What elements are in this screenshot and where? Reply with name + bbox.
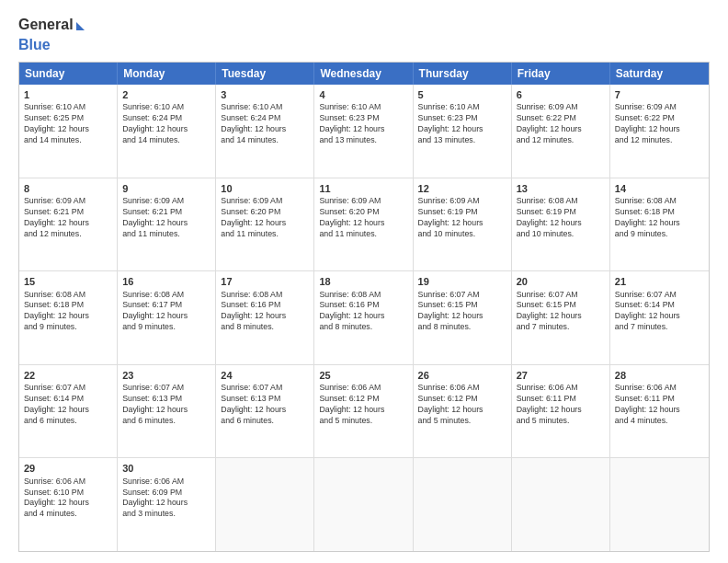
day-info: Sunrise: 6:06 AM Sunset: 6:11 PM Dayligh… [615, 383, 704, 427]
day-number: 13 [517, 182, 605, 195]
day-cell-empty [216, 458, 314, 551]
day-info: Sunrise: 6:09 AM Sunset: 6:20 PM Dayligh… [319, 196, 407, 240]
day-number: 3 [221, 88, 309, 101]
day-cell-21: 21Sunrise: 6:07 AM Sunset: 6:14 PM Dayli… [610, 271, 709, 364]
day-cell-1: 1Sunrise: 6:10 AM Sunset: 6:25 PM Daylig… [19, 85, 118, 178]
day-number: 27 [517, 369, 605, 382]
day-cell-empty [610, 458, 709, 551]
day-number: 7 [615, 88, 704, 101]
day-number: 19 [418, 275, 506, 288]
day-cell-5: 5Sunrise: 6:10 AM Sunset: 6:23 PM Daylig… [414, 85, 512, 178]
day-info: Sunrise: 6:06 AM Sunset: 6:12 PM Dayligh… [319, 383, 407, 427]
day-cell-empty [314, 458, 413, 551]
logo: General Blue [18, 17, 85, 52]
day-info: Sunrise: 6:10 AM Sunset: 6:23 PM Dayligh… [319, 102, 407, 146]
logo-blue: Blue [18, 37, 51, 52]
day-cell-2: 2Sunrise: 6:10 AM Sunset: 6:24 PM Daylig… [118, 85, 216, 178]
day-header-tue: Tuesday [216, 63, 314, 85]
day-cell-9: 9Sunrise: 6:09 AM Sunset: 6:21 PM Daylig… [118, 178, 216, 271]
day-number: 1 [24, 88, 112, 101]
day-number: 30 [122, 462, 210, 475]
day-number: 12 [418, 182, 506, 195]
day-number: 23 [122, 369, 210, 382]
calendar-row-1: 1Sunrise: 6:10 AM Sunset: 6:25 PM Daylig… [19, 85, 709, 178]
day-number: 26 [418, 369, 506, 382]
day-info: Sunrise: 6:08 AM Sunset: 6:17 PM Dayligh… [122, 290, 210, 334]
day-number: 5 [418, 88, 506, 101]
day-cell-6: 6Sunrise: 6:09 AM Sunset: 6:22 PM Daylig… [512, 85, 610, 178]
logo-general: General [18, 17, 74, 33]
page: General Blue Sunday Monday Tuesday Wedne… [0, 0, 728, 563]
day-cell-3: 3Sunrise: 6:10 AM Sunset: 6:24 PM Daylig… [216, 85, 314, 178]
day-cell-11: 11Sunrise: 6:09 AM Sunset: 6:20 PM Dayli… [314, 178, 413, 271]
day-number: 28 [615, 369, 704, 382]
day-info: Sunrise: 6:10 AM Sunset: 6:24 PM Dayligh… [122, 102, 210, 146]
day-number: 2 [122, 88, 210, 101]
day-info: Sunrise: 6:06 AM Sunset: 6:09 PM Dayligh… [122, 477, 210, 521]
day-number: 14 [615, 182, 704, 195]
day-number: 16 [122, 275, 210, 288]
day-cell-24: 24Sunrise: 6:07 AM Sunset: 6:13 PM Dayli… [216, 365, 314, 458]
header: General Blue [18, 17, 710, 52]
day-cell-29: 29Sunrise: 6:06 AM Sunset: 6:10 PM Dayli… [19, 458, 118, 551]
day-info: Sunrise: 6:10 AM Sunset: 6:24 PM Dayligh… [221, 102, 309, 146]
day-number: 9 [122, 182, 210, 195]
calendar-row-3: 15Sunrise: 6:08 AM Sunset: 6:18 PM Dayli… [19, 271, 709, 365]
day-info: Sunrise: 6:06 AM Sunset: 6:12 PM Dayligh… [418, 383, 506, 427]
day-number: 17 [221, 275, 309, 288]
day-info: Sunrise: 6:06 AM Sunset: 6:10 PM Dayligh… [24, 477, 112, 521]
day-info: Sunrise: 6:09 AM Sunset: 6:22 PM Dayligh… [615, 102, 704, 146]
day-cell-30: 30Sunrise: 6:06 AM Sunset: 6:09 PM Dayli… [118, 458, 216, 551]
calendar-row-2: 8Sunrise: 6:09 AM Sunset: 6:21 PM Daylig… [19, 178, 709, 272]
day-cell-4: 4Sunrise: 6:10 AM Sunset: 6:23 PM Daylig… [314, 85, 413, 178]
day-info: Sunrise: 6:07 AM Sunset: 6:13 PM Dayligh… [221, 383, 309, 427]
day-number: 25 [319, 369, 407, 382]
day-info: Sunrise: 6:09 AM Sunset: 6:19 PM Dayligh… [418, 196, 506, 240]
day-number: 20 [517, 275, 605, 288]
day-cell-10: 10Sunrise: 6:09 AM Sunset: 6:20 PM Dayli… [216, 178, 314, 271]
day-cell-empty [414, 458, 512, 551]
calendar-row-4: 22Sunrise: 6:07 AM Sunset: 6:14 PM Dayli… [19, 365, 709, 459]
day-cell-22: 22Sunrise: 6:07 AM Sunset: 6:14 PM Dayli… [19, 365, 118, 458]
day-cell-13: 13Sunrise: 6:08 AM Sunset: 6:19 PM Dayli… [512, 178, 610, 271]
day-info: Sunrise: 6:09 AM Sunset: 6:21 PM Dayligh… [24, 196, 112, 240]
calendar-row-5: 29Sunrise: 6:06 AM Sunset: 6:10 PM Dayli… [19, 458, 709, 551]
day-number: 11 [319, 182, 407, 195]
day-cell-16: 16Sunrise: 6:08 AM Sunset: 6:17 PM Dayli… [118, 271, 216, 364]
day-cell-8: 8Sunrise: 6:09 AM Sunset: 6:21 PM Daylig… [19, 178, 118, 271]
day-info: Sunrise: 6:06 AM Sunset: 6:11 PM Dayligh… [517, 383, 605, 427]
day-cell-17: 17Sunrise: 6:08 AM Sunset: 6:16 PM Dayli… [216, 271, 314, 364]
calendar-body: 1Sunrise: 6:10 AM Sunset: 6:25 PM Daylig… [19, 85, 709, 551]
day-cell-14: 14Sunrise: 6:08 AM Sunset: 6:18 PM Dayli… [610, 178, 709, 271]
day-info: Sunrise: 6:07 AM Sunset: 6:14 PM Dayligh… [615, 290, 704, 334]
day-info: Sunrise: 6:07 AM Sunset: 6:15 PM Dayligh… [517, 290, 605, 334]
day-header-sat: Saturday [610, 63, 709, 85]
logo-name: General [18, 17, 85, 33]
day-number: 10 [221, 182, 309, 195]
day-cell-12: 12Sunrise: 6:09 AM Sunset: 6:19 PM Dayli… [414, 178, 512, 271]
day-number: 29 [24, 462, 112, 475]
day-info: Sunrise: 6:09 AM Sunset: 6:22 PM Dayligh… [517, 102, 605, 146]
day-header-wed: Wednesday [314, 63, 413, 85]
day-header-thu: Thursday [414, 63, 512, 85]
day-header-fri: Friday [512, 63, 610, 85]
day-info: Sunrise: 6:08 AM Sunset: 6:18 PM Dayligh… [615, 196, 704, 240]
day-info: Sunrise: 6:10 AM Sunset: 6:23 PM Dayligh… [418, 102, 506, 146]
day-cell-7: 7Sunrise: 6:09 AM Sunset: 6:22 PM Daylig… [610, 85, 709, 178]
day-header-sun: Sunday [19, 63, 118, 85]
day-cell-27: 27Sunrise: 6:06 AM Sunset: 6:11 PM Dayli… [512, 365, 610, 458]
day-number: 21 [615, 275, 704, 288]
day-cell-empty [512, 458, 610, 551]
day-cell-19: 19Sunrise: 6:07 AM Sunset: 6:15 PM Dayli… [414, 271, 512, 364]
day-info: Sunrise: 6:09 AM Sunset: 6:21 PM Dayligh… [122, 196, 210, 240]
day-number: 4 [319, 88, 407, 101]
day-info: Sunrise: 6:08 AM Sunset: 6:18 PM Dayligh… [24, 290, 112, 334]
day-info: Sunrise: 6:07 AM Sunset: 6:15 PM Dayligh… [418, 290, 506, 334]
day-cell-18: 18Sunrise: 6:08 AM Sunset: 6:16 PM Dayli… [314, 271, 413, 364]
calendar: Sunday Monday Tuesday Wednesday Thursday… [18, 62, 710, 552]
day-cell-15: 15Sunrise: 6:08 AM Sunset: 6:18 PM Dayli… [19, 271, 118, 364]
day-cell-26: 26Sunrise: 6:06 AM Sunset: 6:12 PM Dayli… [414, 365, 512, 458]
logo-blue-line: Blue [18, 37, 51, 53]
day-cell-20: 20Sunrise: 6:07 AM Sunset: 6:15 PM Dayli… [512, 271, 610, 364]
day-number: 24 [221, 369, 309, 382]
